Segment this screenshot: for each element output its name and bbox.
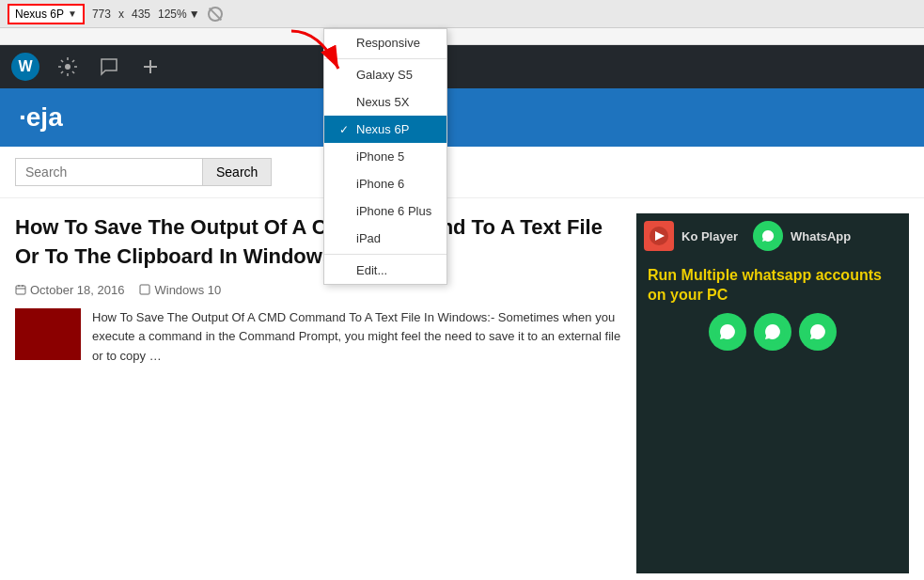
search-bar-area: Search <box>0 147 924 198</box>
height-value: 435 <box>132 8 150 21</box>
dropdown-item-iphone-5[interactable]: iPhone 5 <box>324 143 446 170</box>
wp-logo-text: W <box>18 58 32 75</box>
zoom-arrow: ▼ <box>189 8 200 21</box>
check-ipad <box>339 232 351 245</box>
wordpress-logo[interactable]: W <box>11 53 39 81</box>
ko-player-logo <box>644 221 674 251</box>
article-thumbnail <box>15 308 81 360</box>
width-value: 773 <box>92 8 111 21</box>
check-iphone-6-plus <box>339 205 351 218</box>
ad-body: Run Multiple whatsapp accounts on your P… <box>636 259 909 358</box>
article-excerpt: How To Save The Output Of A CMD Command … <box>92 308 621 367</box>
wa-icon-1 <box>709 313 746 351</box>
device-dropdown-menu: Responsive Galaxy S5 Nexus 5X ✓ Nexus 6P… <box>323 28 447 285</box>
dropdown-divider-2 <box>324 254 446 255</box>
check-nexus-5x <box>339 96 351 109</box>
sidebar-advertisement: Ko Player WhatsApp Run Multiple whatsapp… <box>636 213 909 573</box>
dropdown-divider <box>324 58 446 59</box>
add-new-icon[interactable] <box>137 54 164 80</box>
whatsapp-label: WhatsApp <box>791 229 851 243</box>
dropdown-item-edit[interactable]: Edit... <box>324 257 446 284</box>
site-title: ·eja <box>19 102 63 133</box>
main-content: How To Save The Output Of A CMD Command … <box>0 198 924 580</box>
article-body: How To Save The Output Of A CMD Command … <box>15 308 621 367</box>
article-date: October 18, 2016 <box>15 283 124 297</box>
check-edit <box>339 264 351 277</box>
check-iphone-5 <box>339 150 351 164</box>
search-input[interactable] <box>15 158 203 186</box>
block-icon <box>208 7 223 22</box>
wa-icon-2 <box>754 313 791 351</box>
ruler <box>0 28 924 45</box>
device-toolbar: Nexus 6P ▼ 773 x 435 125% ▼ <box>0 0 924 28</box>
device-name-label: Nexus 6P <box>15 8 64 21</box>
dropdown-item-ipad[interactable]: iPad <box>324 225 446 252</box>
whatsapp-logo <box>753 221 783 251</box>
article-title: How To Save The Output Of A CMD Command … <box>15 213 621 272</box>
svg-rect-7 <box>140 285 149 294</box>
article-area: How To Save The Output Of A CMD Command … <box>15 213 621 573</box>
ad-header: Ko Player WhatsApp <box>636 213 909 259</box>
check-galaxy-s5 <box>339 69 351 82</box>
svg-rect-3 <box>16 286 25 294</box>
dropdown-item-galaxy-s5[interactable]: Galaxy S5 <box>324 61 446 88</box>
zoom-value: 125% <box>158 8 187 21</box>
device-dropdown-arrow: ▼ <box>68 8 77 19</box>
dropdown-item-responsive[interactable]: Responsive <box>324 29 446 56</box>
wa-icon-3 <box>799 313 837 351</box>
ad-wa-icons <box>648 313 898 351</box>
device-selector-button[interactable]: Nexus 6P ▼ <box>8 4 85 24</box>
customize-icon[interactable] <box>55 54 81 80</box>
wp-admin-toolbar: W <box>0 45 924 88</box>
dropdown-item-nexus-6p[interactable]: ✓ Nexus 6P <box>324 116 446 143</box>
article-meta: October 18, 2016 Windows 10 <box>15 283 621 297</box>
check-iphone-6 <box>339 178 351 191</box>
svg-point-0 <box>65 64 70 70</box>
dropdown-item-iphone-6-plus[interactable]: iPhone 6 Plus <box>324 197 446 225</box>
ko-player-label: Ko Player <box>681 229 738 243</box>
check-responsive <box>339 37 351 50</box>
search-button[interactable]: Search <box>203 158 272 186</box>
zoom-control[interactable]: 125% ▼ <box>158 8 200 21</box>
article-category: Windows 10 <box>139 283 221 297</box>
check-nexus-6p: ✓ <box>339 123 351 136</box>
comments-icon[interactable] <box>96 54 122 80</box>
ad-headline: Run Multiple whatsapp accounts on your P… <box>648 266 898 306</box>
dropdown-item-nexus-5x[interactable]: Nexus 5X <box>324 88 446 116</box>
x-separator: x <box>118 8 124 21</box>
dropdown-item-iphone-6[interactable]: iPhone 6 <box>324 170 446 197</box>
site-header: ·eja <box>0 88 924 147</box>
